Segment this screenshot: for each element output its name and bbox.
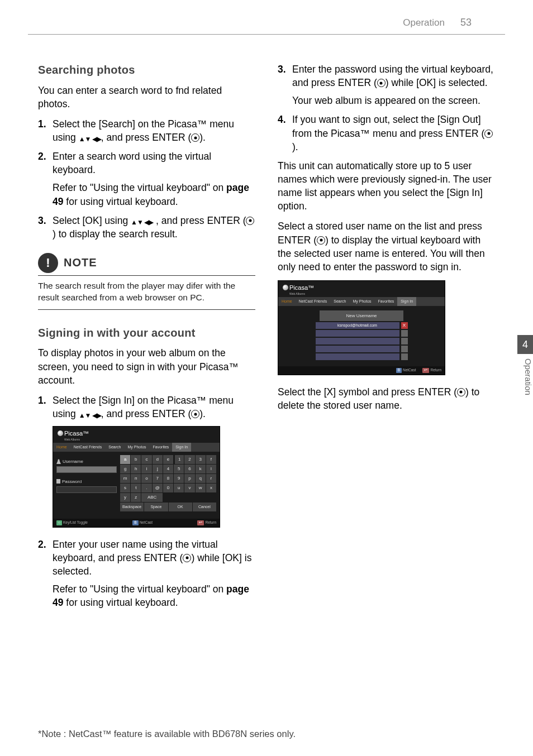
enter-icon (484, 130, 493, 138)
ss1-password-input[interactable] (56, 486, 117, 493)
signin-step-1: 1. Select the [Sign In] on the Picasa™ m… (38, 394, 255, 420)
side-tab-number: 4 (517, 335, 533, 354)
signin-screenshot: Picasa™ Web Albums Home NetCast Friends … (53, 426, 220, 528)
note-header: ! NOTE (38, 253, 255, 276)
side-tab: 4 Operation (517, 335, 533, 395)
note-label: NOTE (64, 255, 97, 271)
search-steps: 1. Select the [Search] on the Picasa™ me… (38, 117, 255, 241)
ss2-slot-handle (401, 346, 408, 352)
ss1-space[interactable]: Space (144, 503, 168, 511)
ss2-tab-myphotos[interactable]: My Photos (349, 297, 374, 306)
ss2-logo-bar: Picasa™ Web Albums (278, 281, 445, 297)
right-p2: Select a stored user name on the list an… (278, 219, 495, 274)
enter-icon (377, 79, 386, 87)
signin-step-2: 2. Enter your user name using the virtua… (38, 538, 255, 610)
ss1-username-label: Username (56, 458, 117, 465)
ss1-cancel[interactable]: Cancel (193, 503, 216, 511)
ss2-empty-slot[interactable] (316, 338, 399, 344)
ss2-tabs: Home NetCast Friends Search My Photos Fa… (278, 297, 445, 306)
signin-steps: 1. Select the [Sign In] on the Picasa™ m… (38, 394, 255, 420)
ss2-slot-handle (401, 353, 408, 360)
ss2-stored-user[interactable]: ksnspod@hotmail.com (316, 322, 399, 329)
ss1-tab-search[interactable]: Search (105, 443, 124, 452)
ss2-empty-slot[interactable] (316, 353, 399, 360)
ss1-keyboard-ops: Backspace Space OK Cancel (120, 503, 216, 511)
blue-tag-icon: B (132, 520, 138, 525)
step-2: 2. Enter a search word using the virtual… (38, 150, 255, 208)
stored-users-screenshot: Picasa™ Web Albums Home NetCast Friends … (278, 280, 445, 375)
heading-searching: Searching photos (38, 63, 255, 78)
return-tag-icon: ↩ (422, 368, 429, 373)
ss1-tab-friends[interactable]: NetCast Friends (70, 443, 106, 452)
ss2-tab-search[interactable]: Search (330, 297, 349, 306)
note-box: ! NOTE The search result from the player… (38, 253, 255, 310)
enter-icon (191, 133, 199, 142)
lock-icon (56, 479, 60, 484)
ss1-username-input[interactable] (56, 466, 117, 473)
ss1-tab-myphotos[interactable]: My Photos (124, 443, 149, 452)
enter-icon (183, 554, 191, 562)
note-body: The search result from the player may di… (38, 280, 255, 310)
signin-steps-cont: 2. Enter your user name using the virtua… (38, 538, 255, 610)
right-p1: This unit can automatically store up to … (278, 159, 495, 213)
ss1-logo-bar: Picasa™ Web Albums (53, 427, 220, 443)
nav-arrows-icon: ▲▼ ◀▶ (79, 411, 101, 420)
green-tag-icon: ○ (56, 520, 62, 525)
ss2-tab-signin[interactable]: Sign In (397, 297, 416, 306)
ss1-backspace[interactable]: Backspace (120, 503, 144, 511)
left-column: Searching photos You can enter a search … (38, 63, 255, 615)
picasa-logo: Picasa™ (58, 430, 89, 437)
enter-icon (317, 236, 325, 245)
side-tab-label: Operation (517, 354, 533, 395)
enter-icon (246, 217, 254, 225)
return-tag-icon: ↩ (197, 520, 204, 525)
content-columns: Searching photos You can enter a search … (0, 35, 533, 615)
footnote: *Note : NetCast™ feature is available wi… (38, 729, 296, 739)
ss1-footer: ○Key/List Toggle BNetCast ↩Return (53, 519, 220, 527)
ss2-footer: BNetCast ↩Return (278, 366, 445, 375)
right-column: 3. Enter the password using the virtual … (278, 63, 495, 615)
ss2-empty-slot[interactable] (316, 330, 399, 337)
ss2-empty-slot[interactable] (316, 346, 399, 352)
ss2-tab-friends[interactable]: NetCast Friends (296, 297, 331, 306)
ss1-keyboard[interactable]: abcde123 fghij456 klmno789 pqrst.@0 uvwx… (120, 455, 216, 502)
intro-text: You can enter a search word to fnd relat… (38, 84, 255, 111)
step-3: 3. Select [OK] using ▲▼ ◀▶ , and press E… (38, 214, 255, 241)
ss2-tab-favorites[interactable]: Favorites (375, 297, 398, 306)
person-icon (56, 459, 61, 464)
ss2-delete-x[interactable]: X (401, 322, 408, 329)
ss2-slot-handle (401, 330, 408, 337)
signin-intro: To display photos in your web album on t… (38, 346, 255, 386)
signin-step-4: 4. If you want to sign out, select the [… (278, 113, 495, 153)
ss2-tab-home[interactable]: Home (278, 297, 296, 306)
picasa-logo: Picasa™ (283, 284, 314, 291)
note-bang-icon: ! (38, 253, 58, 273)
ss1-ok[interactable]: OK (169, 503, 192, 511)
page-number: 53 (460, 17, 472, 28)
ss1-tabs: Home NetCast Friends Search My Photos Fa… (53, 443, 220, 452)
heading-signin: Signing in with your account (38, 326, 255, 341)
signin-step-3: 3. Enter the password using the virtual … (278, 63, 495, 107)
ss1-tab-signin[interactable]: Sign In (172, 443, 191, 452)
ss2-stored-row: ksnspod@hotmail.com X (282, 322, 441, 329)
enter-icon (457, 388, 465, 396)
signin-steps-right: 3. Enter the password using the virtual … (278, 63, 495, 154)
ss1-password-label: Password (56, 479, 117, 485)
enter-icon (191, 410, 199, 418)
ss2-new-username[interactable]: New Username (320, 310, 403, 321)
page-header: Operation 53 (28, 0, 505, 35)
ss2-slot-handle (401, 338, 408, 344)
blue-tag-icon: B (396, 368, 402, 373)
right-p3: Select the [X] symbol and press ENTER ()… (278, 385, 495, 412)
ss1-tab-home[interactable]: Home (53, 443, 70, 452)
step-1: 1. Select the [Search] on the Picasa™ me… (38, 117, 255, 144)
ss1-tab-favorites[interactable]: Favorites (150, 443, 173, 452)
nav-arrows-icon: ▲▼ ◀▶ (79, 135, 101, 144)
section-name: Operation (403, 17, 445, 28)
nav-arrows-icon: ▲▼ ◀▶ (131, 218, 153, 227)
